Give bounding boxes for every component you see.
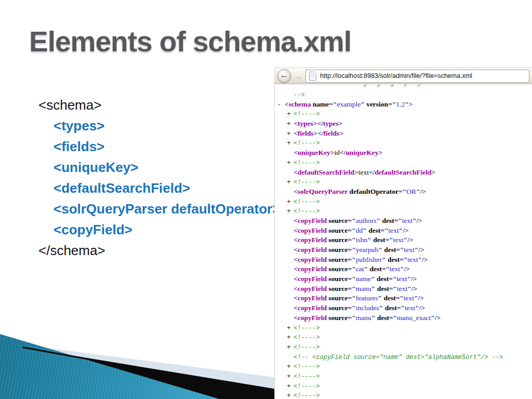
expander-icon[interactable]: + <box>287 138 294 148</box>
xml-line: <copyField source="isbn" dest="text"/> <box>275 235 532 245</box>
xml-token: isbn <box>356 236 368 244</box>
xml-line: <uniqueKey>id</uniqueKey> <box>275 148 532 158</box>
xml-token: =" <box>400 256 407 263</box>
xml-token: source <box>327 246 348 254</box>
forward-button[interactable]: → <box>294 72 303 81</box>
xml-token: 1.2 <box>396 100 405 108</box>
xml-token: <!----> <box>294 159 320 167</box>
xml-token: "/> <box>399 227 409 234</box>
expander-icon[interactable]: + <box>287 391 294 399</box>
xml-token: <!-- <copyField source="name" dest="alph… <box>294 354 503 361</box>
xml-token: =" <box>348 256 356 263</box>
expander-icon[interactable]: + <box>287 381 294 391</box>
xml-token: =" <box>329 100 337 108</box>
xml-token: " <box>382 256 386 263</box>
xml-token: text <box>393 236 404 244</box>
back-arrow-icon: ← <box>280 71 288 79</box>
xml-line: <solrQueryParser defaultOperator="OR"/> <box>275 187 532 197</box>
xml-token: " <box>371 275 375 283</box>
xml-line: <copyField source="authors" dest="text"/… <box>275 216 532 226</box>
xml-token: < <box>294 129 298 137</box>
xml-token: uniqueKey <box>298 149 330 156</box>
xml-token: types <box>323 119 339 127</box>
back-button[interactable]: ← <box>277 69 291 83</box>
xml-line: +<!----> <box>275 158 532 168</box>
xml-content-pane: g g g p p -->-<schema name="example" ver… <box>275 84 532 399</box>
xml-token: </ <box>369 168 375 176</box>
xml-token: > <box>354 168 358 176</box>
expander-icon[interactable]: + <box>287 362 294 371</box>
xml-token: copyField <box>298 236 327 244</box>
xml-token: text <box>405 304 415 312</box>
xml-line: +<!----> <box>275 109 532 119</box>
outline-item: <types> <box>38 115 280 136</box>
outline-item: <uniqueKey> <box>38 157 280 178</box>
xml-token: < <box>294 265 298 273</box>
xml-token: dest <box>367 227 381 234</box>
xml-token: dest <box>375 314 389 322</box>
browser-screenshot: ← → http://localhost:8983/solr/admin/fil… <box>274 68 532 399</box>
xml-line: --> <box>275 90 532 100</box>
xml-token: "> <box>405 100 413 108</box>
expander-icon[interactable]: + <box>287 109 294 119</box>
xml-token: " <box>364 265 368 273</box>
xml-token: "/> <box>407 285 417 292</box>
xml-line: -<schema name="example" version="1.2"> <box>275 100 532 110</box>
browser-toolbar: ← → http://localhost:8983/solr/admin/fil… <box>275 68 532 84</box>
xml-token: types <box>298 119 313 127</box>
xml-line: +<!----> <box>275 381 532 391</box>
xml-token: text <box>358 168 369 176</box>
xml-token: =" <box>389 314 397 322</box>
expander-icon[interactable]: + <box>287 323 294 333</box>
xml-token: features <box>356 294 378 302</box>
xml-token: copyField <box>298 256 327 263</box>
xml-line: +<!----> <box>275 323 532 333</box>
xml-token: text <box>404 246 415 254</box>
xml-token: < <box>294 294 298 302</box>
xml-token: copyField <box>298 265 327 273</box>
xml-token: <!----> <box>294 373 320 380</box>
xml-token: schema <box>289 100 311 108</box>
expander-icon[interactable]: + <box>287 177 294 187</box>
xml-line: <copyField source="name" dest="text"/> <box>275 274 532 284</box>
xml-token: dest <box>371 236 385 244</box>
expander-icon[interactable]: + <box>287 332 294 342</box>
xml-line: <copyField source="manu" dest="manu_exac… <box>275 313 532 323</box>
xml-token: =" <box>348 294 356 302</box>
xml-tree: -->-<schema name="example" version="1.2"… <box>275 90 532 399</box>
expander-icon[interactable]: + <box>287 197 294 207</box>
xml-token: ></ <box>313 129 323 137</box>
xml-line: +<!----> <box>275 206 532 216</box>
xml-token: authors <box>356 217 377 224</box>
expander-icon[interactable]: + <box>287 342 294 352</box>
xml-token: text <box>407 256 418 263</box>
xml-token: defaultSearchField <box>298 168 354 176</box>
xml-token: <!----> <box>294 111 320 118</box>
xml-line: <!-- <copyField source="name" dest="alph… <box>275 352 532 362</box>
xml-token: =" <box>388 100 396 108</box>
xml-token: < <box>294 275 298 283</box>
expander-icon[interactable]: + <box>287 119 294 129</box>
xml-line: +<!----> <box>275 197 532 207</box>
xml-token: manu <box>356 285 371 292</box>
expander-icon[interactable]: - <box>278 100 285 110</box>
expander-icon[interactable]: + <box>287 206 294 216</box>
xml-token: < <box>294 119 298 127</box>
expander-icon[interactable]: + <box>287 371 294 381</box>
expander-icon[interactable]: + <box>287 129 294 139</box>
xml-token: =" <box>396 294 404 302</box>
xml-token: dest <box>382 294 396 302</box>
xml-token: "/> <box>404 236 414 244</box>
xml-token: copyField <box>298 304 327 312</box>
xml-line: <copyField source="publisher" dest="text… <box>275 255 532 265</box>
xml-token: =" <box>380 227 388 234</box>
xml-token: defaultOperator <box>348 188 398 195</box>
xml-token: source <box>327 256 348 263</box>
xml-token: "/> <box>414 294 424 302</box>
xml-token: example <box>337 100 361 108</box>
xml-token: <!----> <box>294 179 320 186</box>
outline-list: <schema><types><fields><uniqueKey><defau… <box>38 95 280 261</box>
expander-icon[interactable]: + <box>287 158 294 168</box>
address-bar[interactable]: http://localhost:8983/solr/admin/file/?f… <box>305 70 529 83</box>
xml-token: copyField <box>298 294 327 302</box>
